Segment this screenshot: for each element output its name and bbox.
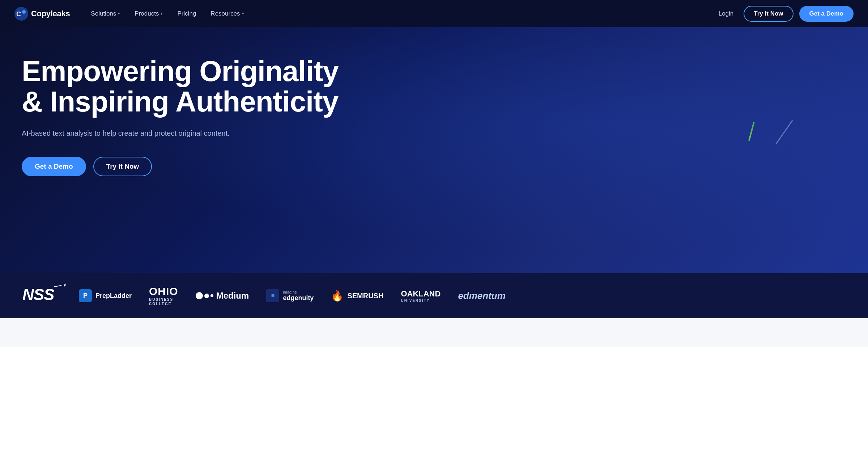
logo-text: Copyleaks xyxy=(31,9,70,18)
medium-dot-medium xyxy=(204,294,209,298)
navbar: C Copyleaks Solutions ▾ Products ▾ Prici… xyxy=(0,0,868,27)
logo-edgenuity: ≡ imagine edgenuity xyxy=(266,289,314,302)
hero-title: Empowering Originality & Inspiring Authe… xyxy=(22,56,369,117)
nav-item-products[interactable]: Products ▾ xyxy=(128,7,169,20)
decorative-line-green xyxy=(748,121,755,141)
hero-subtitle: AI-based text analysis to help create an… xyxy=(22,128,246,139)
chevron-down-icon: ▾ xyxy=(242,11,244,16)
decorative-line-white xyxy=(775,120,793,144)
login-button[interactable]: Login xyxy=(714,7,738,20)
chevron-down-icon: ▾ xyxy=(118,11,120,16)
prepladder-icon: P xyxy=(79,289,92,302)
semrush-text: SEMRUSH xyxy=(347,292,383,300)
svg-text:C: C xyxy=(16,10,21,18)
nav-item-resources[interactable]: Resources ▾ xyxy=(204,7,250,20)
nav-right: Login Try it Now Get a Demo xyxy=(714,6,854,22)
oakland-title-text: OAKLAND xyxy=(401,289,441,299)
edmentum-text: edmentum xyxy=(458,290,505,302)
logo-semrush: 🔥 SEMRUSH xyxy=(331,290,383,302)
oakland-sub-text: UNIVERSITY xyxy=(401,299,441,303)
hero-buttons: Get a Demo Try it Now xyxy=(22,157,369,176)
logo-medium: Medium xyxy=(196,291,249,301)
logo-nss: NSS xyxy=(22,285,61,307)
logo-prepladder: P PrepLadder xyxy=(79,289,132,302)
edgenuity-imagine-text: imagine xyxy=(283,290,314,294)
hero-content: Empowering Originality & Inspiring Authe… xyxy=(22,56,369,176)
get-demo-button[interactable]: Get a Demo xyxy=(799,6,854,22)
hero-try-now-button[interactable]: Try it Now xyxy=(93,157,152,176)
try-now-button[interactable]: Try it Now xyxy=(744,6,793,22)
svg-point-2 xyxy=(22,10,26,14)
logo-ohio: OHIO BUSINESSCOLLEGE xyxy=(149,285,178,306)
ohio-title-text: OHIO xyxy=(149,285,178,298)
medium-dots-icon xyxy=(196,292,213,299)
nav-item-pricing[interactable]: Pricing xyxy=(171,7,203,20)
hero-section: Empowering Originality & Inspiring Authe… xyxy=(0,27,868,273)
logo-edmentum: edmentum xyxy=(458,290,505,302)
logos-strip: NSS P PrepLadder OHIO BUSINESSCOLLEGE Me… xyxy=(0,273,868,318)
svg-point-5 xyxy=(60,285,61,286)
logo-oakland: OAKLAND UNIVERSITY xyxy=(401,289,441,303)
edgenuity-wrap: imagine edgenuity xyxy=(283,290,314,302)
nss-logo-text: NSS xyxy=(22,285,61,307)
bottom-section xyxy=(0,318,868,347)
medium-text: Medium xyxy=(216,291,249,301)
ohio-sub-text: BUSINESSCOLLEGE xyxy=(149,298,173,306)
medium-dot-large xyxy=(196,292,203,299)
svg-line-4 xyxy=(54,286,61,287)
nav-links: Solutions ▾ Products ▾ Pricing Resources… xyxy=(84,7,714,20)
prepladder-text: PrepLadder xyxy=(95,292,132,300)
semrush-icon: 🔥 xyxy=(331,290,344,302)
copyleaks-logo-icon: C xyxy=(14,7,28,21)
nav-item-solutions[interactable]: Solutions ▾ xyxy=(84,7,127,20)
chevron-down-icon: ▾ xyxy=(161,11,163,16)
medium-dot-small xyxy=(210,294,213,297)
edgenuity-icon: ≡ xyxy=(266,289,279,302)
hero-get-demo-button[interactable]: Get a Demo xyxy=(22,157,86,176)
logo-link[interactable]: C Copyleaks xyxy=(14,7,70,21)
edgenuity-name-text: edgenuity xyxy=(283,294,314,302)
svg-text:NSS: NSS xyxy=(22,286,54,303)
